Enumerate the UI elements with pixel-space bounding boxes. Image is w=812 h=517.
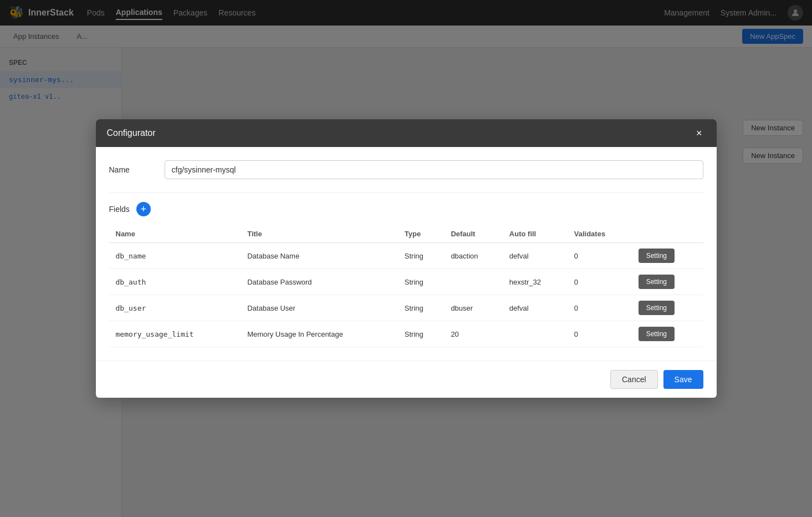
field-default-0: dbaction (444, 243, 502, 269)
cancel-button[interactable]: Cancel (610, 370, 658, 389)
add-field-button[interactable]: + (136, 202, 151, 216)
field-setting-0[interactable]: Setting (632, 243, 703, 269)
field-name-3: memory_usage_limit (109, 321, 241, 347)
field-title-1: Database Password (241, 269, 398, 295)
setting-button-3[interactable]: Setting (639, 327, 675, 341)
col-autofill: Auto fill (503, 225, 568, 243)
setting-button-1[interactable]: Setting (639, 275, 675, 289)
name-label: Name (109, 165, 154, 174)
field-setting-1[interactable]: Setting (632, 269, 703, 295)
field-autofill-0: defval (503, 243, 568, 269)
col-default: Default (444, 225, 502, 243)
field-type-3: String (398, 321, 445, 347)
modal-title: Configurator (107, 128, 156, 138)
field-title-2: Database User (241, 295, 398, 321)
table-row: db_name Database Name String dbaction de… (109, 243, 703, 269)
fields-table: Name Title Type Default Auto fill Valida… (109, 225, 703, 347)
field-autofill-3 (503, 321, 568, 347)
modal-footer: Cancel Save (96, 361, 717, 398)
col-title: Title (241, 225, 398, 243)
modal-header: Configurator × (96, 119, 717, 147)
field-setting-3[interactable]: Setting (632, 321, 703, 347)
field-validates-3: 0 (568, 321, 632, 347)
name-row: Name (109, 160, 703, 179)
name-input[interactable] (165, 160, 703, 179)
table-header-row: Name Title Type Default Auto fill Valida… (109, 225, 703, 243)
field-type-1: String (398, 269, 445, 295)
setting-button-2[interactable]: Setting (639, 301, 675, 315)
field-title-0: Database Name (241, 243, 398, 269)
field-title-3: Memory Usage In Percentage (241, 321, 398, 347)
col-action (632, 225, 703, 243)
modal-close-button[interactable]: × (693, 127, 706, 139)
modal-body: Name Fields + Name Title Type Default (96, 147, 717, 361)
setting-button-0[interactable]: Setting (639, 249, 675, 263)
table-row: memory_usage_limit Memory Usage In Perce… (109, 321, 703, 347)
field-autofill-2: defval (503, 295, 568, 321)
field-validates-0: 0 (568, 243, 632, 269)
save-button[interactable]: Save (663, 370, 703, 389)
field-type-0: String (398, 243, 445, 269)
field-autofill-1: hexstr_32 (503, 269, 568, 295)
col-type: Type (398, 225, 445, 243)
table-row: db_auth Database Password String hexstr_… (109, 269, 703, 295)
table-row: db_user Database User String dbuser defv… (109, 295, 703, 321)
field-name-2: db_user (109, 295, 241, 321)
field-name-1: db_auth (109, 269, 241, 295)
field-default-3: 20 (444, 321, 502, 347)
field-setting-2[interactable]: Setting (632, 295, 703, 321)
col-validates: Validates (568, 225, 632, 243)
fields-section: Fields + Name Title Type Default Auto fi… (109, 192, 703, 347)
col-name: Name (109, 225, 241, 243)
fields-header: Fields + (109, 202, 703, 216)
fields-title: Fields (109, 205, 130, 214)
configurator-modal: Configurator × Name Fields + Name (96, 119, 717, 398)
field-type-2: String (398, 295, 445, 321)
modal-overlay: Configurator × Name Fields + Name (0, 0, 812, 517)
field-validates-2: 0 (568, 295, 632, 321)
field-name-0: db_name (109, 243, 241, 269)
field-default-1 (444, 269, 502, 295)
field-validates-1: 0 (568, 269, 632, 295)
field-default-2: dbuser (444, 295, 502, 321)
